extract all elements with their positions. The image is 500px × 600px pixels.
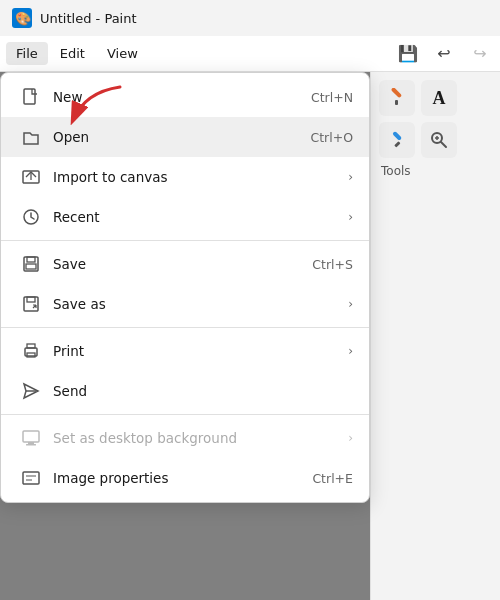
menu-item-new[interactable]: New Ctrl+N [1, 77, 369, 117]
divider-3 [1, 414, 369, 415]
brush-tool[interactable] [379, 80, 415, 116]
divider-2 [1, 327, 369, 328]
svg-rect-16 [26, 264, 36, 269]
saveas-icon [17, 295, 45, 313]
import-icon [17, 168, 45, 186]
menu-file[interactable]: File [6, 42, 48, 65]
print-label: Print [53, 343, 340, 359]
menu-item-saveas[interactable]: Save as › [1, 284, 369, 324]
recent-label: Recent [53, 209, 340, 225]
save-label: Save [53, 256, 312, 272]
desktop-arrow: › [348, 431, 353, 445]
tools-row-1: A [379, 80, 492, 116]
saveas-arrow: › [348, 297, 353, 311]
text-tool[interactable]: A [421, 80, 457, 116]
svg-rect-27 [23, 472, 39, 484]
saveas-label: Save as [53, 296, 340, 312]
svg-rect-26 [26, 444, 36, 446]
new-icon [17, 88, 45, 106]
menu-item-desktop: Set as desktop background › [1, 418, 369, 458]
recent-icon [17, 208, 45, 226]
tools-row-2 [379, 122, 492, 158]
svg-rect-21 [27, 353, 35, 357]
menu-bar: File Edit View 💾 ↩ ↪ [0, 36, 500, 72]
save-button[interactable]: 💾 [394, 40, 422, 68]
open-icon [17, 128, 45, 146]
save-shortcut: Ctrl+S [312, 257, 353, 272]
text-tool-label: A [433, 88, 446, 109]
properties-label: Image properties [53, 470, 312, 486]
new-label: New [53, 89, 311, 105]
divider-1 [1, 240, 369, 241]
open-shortcut: Ctrl+O [310, 130, 353, 145]
desktop-label: Set as desktop background [53, 430, 340, 446]
svg-line-7 [441, 142, 446, 147]
menu-item-import[interactable]: Import to canvas › [1, 157, 369, 197]
svg-text:🎨: 🎨 [15, 10, 32, 27]
menu-item-open[interactable]: Open Ctrl+O [1, 117, 369, 157]
svg-rect-2 [391, 88, 402, 98]
redo-button[interactable]: ↪ [466, 40, 494, 68]
svg-rect-15 [27, 257, 35, 262]
menu-item-save[interactable]: Save Ctrl+S [1, 244, 369, 284]
desktop-icon [17, 429, 45, 447]
zoom-tool[interactable] [421, 122, 457, 158]
send-label: Send [53, 383, 353, 399]
menu-edit[interactable]: Edit [50, 42, 95, 65]
print-arrow: › [348, 344, 353, 358]
menu-actions: 💾 ↩ ↪ [394, 40, 494, 68]
send-icon [17, 382, 45, 400]
svg-rect-4 [392, 131, 402, 141]
menu-item-send[interactable]: Send [1, 371, 369, 411]
menu-item-recent[interactable]: Recent › [1, 197, 369, 237]
dropdown-menu: New Ctrl+N Open Ctrl+O Import to canvas … [0, 72, 370, 503]
menu-item-print[interactable]: Print › [1, 331, 369, 371]
svg-rect-24 [23, 431, 39, 442]
properties-shortcut: Ctrl+E [312, 471, 353, 486]
app-icon: 🎨 [12, 8, 32, 28]
undo-button[interactable]: ↩ [430, 40, 458, 68]
title-bar: 🎨 Untitled - Paint [0, 0, 500, 36]
window-title: Untitled - Paint [40, 11, 137, 26]
svg-rect-20 [27, 344, 35, 348]
new-shortcut: Ctrl+N [311, 90, 353, 105]
menu-view[interactable]: View [97, 42, 148, 65]
import-label: Import to canvas [53, 169, 340, 185]
tools-panel: A Tools [370, 72, 500, 600]
open-label: Open [53, 129, 310, 145]
import-arrow: › [348, 170, 353, 184]
svg-rect-3 [395, 100, 398, 105]
print-icon [17, 342, 45, 360]
save-icon [17, 255, 45, 273]
menu-item-properties[interactable]: Image properties Ctrl+E [1, 458, 369, 498]
pen-tool[interactable] [379, 122, 415, 158]
svg-rect-18 [27, 297, 35, 302]
tools-label: Tools [381, 164, 492, 178]
recent-arrow: › [348, 210, 353, 224]
properties-icon [17, 469, 45, 487]
svg-rect-5 [394, 141, 400, 147]
